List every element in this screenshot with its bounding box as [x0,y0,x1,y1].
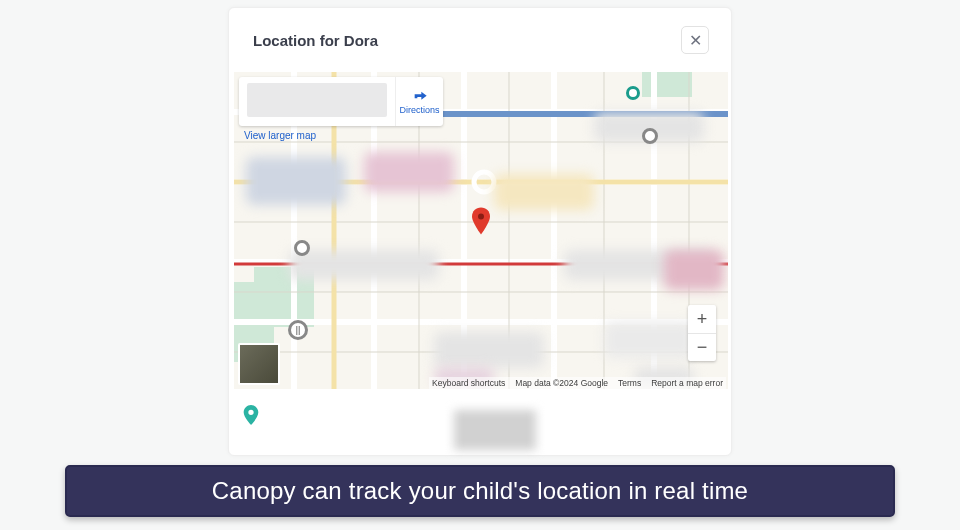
close-icon: ✕ [689,31,702,50]
modal-title: Location for Dora [253,32,378,49]
redaction-blob [289,250,439,280]
redaction-blob [246,157,346,205]
caption-bar: Canopy can track your child's location i… [65,465,895,517]
zoom-out-button[interactable]: − [688,333,716,361]
zoom-in-button[interactable]: + [688,305,716,333]
map-embed[interactable]: || Directions View larger map + − Keyboa… [234,72,728,389]
satellite-toggle[interactable] [238,343,280,385]
report-error-link[interactable]: Report a map error [651,378,723,388]
redaction-blob [434,332,544,368]
directions-icon [412,89,428,105]
redaction-blob [664,250,724,290]
redacted-address [247,83,387,117]
directions-button[interactable]: Directions [395,77,443,126]
caption-text: Canopy can track your child's location i… [212,477,748,505]
map-pause-marker: || [288,320,308,340]
map-transit-marker [294,240,310,256]
redaction-blob [494,174,594,210]
keyboard-shortcuts-link[interactable]: Keyboard shortcuts [432,378,505,388]
map-transit-marker [642,128,658,144]
redaction-blob [454,410,536,450]
map-data-label: Map data ©2024 Google [515,378,608,388]
redaction-blob [604,322,694,358]
modal-header: Location for Dora ✕ [229,8,731,72]
directions-label: Directions [399,105,439,115]
map-info-address [239,77,395,126]
zoom-controls: + − [688,305,716,361]
map-attribution: Keyboard shortcuts Map data ©2024 Google… [429,377,726,389]
location-modal: Location for Dora ✕ [228,7,732,456]
close-button[interactable]: ✕ [681,26,709,54]
terms-link[interactable]: Terms [618,378,641,388]
map-poi-marker [626,86,640,100]
svg-rect-4 [642,72,692,97]
redaction-blob [364,152,454,192]
map-info-card: Directions [239,77,443,126]
pin-outline-icon [243,405,259,425]
view-larger-map-link[interactable]: View larger map [244,130,316,141]
